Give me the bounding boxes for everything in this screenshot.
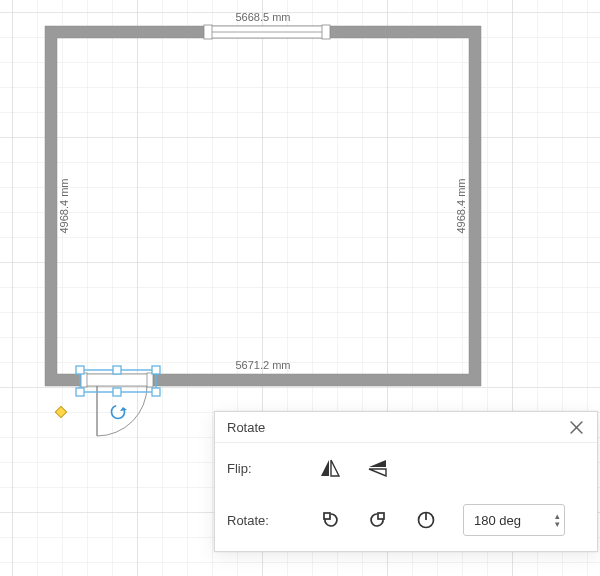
- rotate-cw-icon: [368, 510, 388, 530]
- svg-rect-24: [324, 513, 330, 519]
- rotate-angle-field[interactable]: [464, 506, 550, 534]
- rotate-cw-button[interactable]: [361, 505, 395, 535]
- rotate-custom-angle-button[interactable]: [409, 505, 443, 535]
- window-top[interactable]: [204, 25, 330, 39]
- dimension-right: 4968.4 mm: [455, 178, 467, 233]
- flip-horizontal-icon: [320, 459, 340, 477]
- dimension-bottom: 5671.2 mm: [235, 359, 290, 371]
- svg-rect-4: [204, 25, 212, 39]
- flip-vertical-icon: [368, 459, 388, 477]
- svg-marker-22: [369, 460, 386, 467]
- svg-rect-5: [322, 25, 330, 39]
- dialog-close-button[interactable]: [565, 416, 587, 438]
- dialog-title: Rotate: [227, 420, 265, 435]
- rotate-label: Rotate:: [227, 513, 313, 528]
- svg-rect-14: [76, 388, 84, 396]
- angle-icon: [416, 510, 436, 530]
- svg-marker-23: [369, 469, 386, 476]
- svg-rect-8: [81, 373, 87, 387]
- rotate-angle-input[interactable]: ▴ ▾: [463, 504, 565, 536]
- spinner-down-button[interactable]: ▾: [555, 520, 560, 528]
- svg-rect-25: [378, 513, 384, 519]
- svg-rect-16: [113, 388, 121, 396]
- rotate-dialog[interactable]: Rotate Flip: Rotate:: [214, 411, 598, 552]
- svg-rect-12: [113, 366, 121, 374]
- svg-rect-6: [85, 374, 149, 386]
- dimension-top: 5668.5 mm: [235, 11, 290, 23]
- svg-marker-20: [321, 460, 329, 476]
- close-icon: [570, 421, 583, 434]
- svg-marker-21: [331, 460, 339, 476]
- svg-rect-13: [152, 366, 160, 374]
- svg-rect-9: [147, 373, 153, 387]
- svg-rect-11: [76, 366, 84, 374]
- svg-rect-15: [152, 388, 160, 396]
- flip-label: Flip:: [227, 461, 313, 476]
- flip-horizontal-button[interactable]: [313, 453, 347, 483]
- flip-vertical-button[interactable]: [361, 453, 395, 483]
- rotate-ccw-button[interactable]: [313, 505, 347, 535]
- rotate-ccw-icon: [320, 510, 340, 530]
- dimension-left: 4968.4 mm: [58, 178, 70, 233]
